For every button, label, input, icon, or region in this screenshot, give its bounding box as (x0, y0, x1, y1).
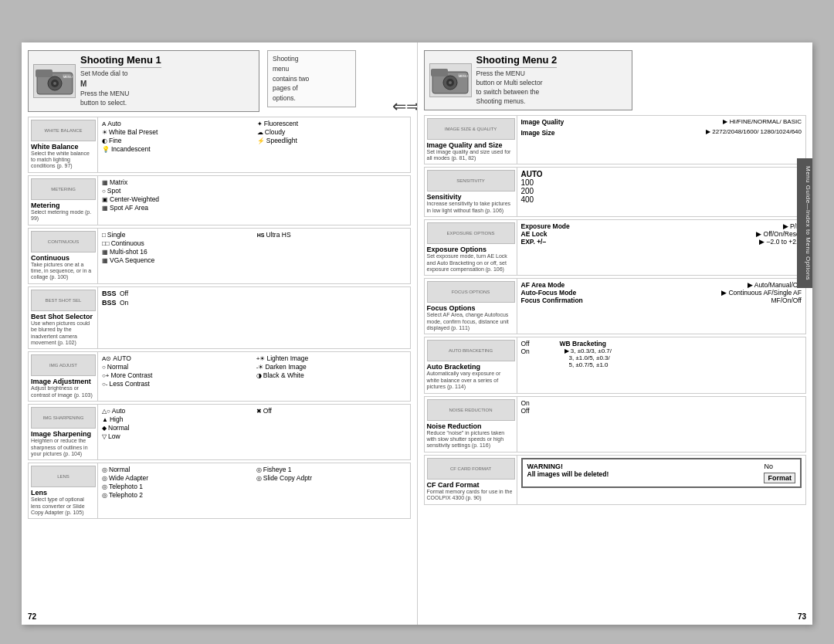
shooting-menu-note: Shooting menu contains two pages of opti… (267, 50, 356, 107)
nr-title: Noise Reduction (427, 422, 514, 430)
wb-title: White Balance (31, 143, 95, 151)
section-focus: FOCUS OPTIONS Focus Options Select AF Ar… (424, 278, 807, 334)
focus-left: FOCUS OPTIONS Focus Options Select AF Ar… (425, 279, 517, 334)
ia-options: A⊙AUTO +☀Lighten Image ○Normal -☀Darken … (98, 352, 410, 401)
right-menu-header: MENU Shooting Menu 2 Press the MENU butt… (424, 50, 807, 110)
section-lens: LENS Lens Select type of optional lens c… (28, 463, 411, 519)
page-number-right: 73 (798, 612, 806, 621)
section-sensitivity: SENSITIVITY Sensitivity Increase sensiti… (424, 167, 807, 217)
left-menu: MENU Shooting Menu 1 Set Mode dial to M … (22, 42, 418, 625)
iq-label2: Image Size (521, 129, 564, 137)
nr-left: NOISE REDUCTION Noise Reduction Reduce "… (425, 397, 517, 452)
cf-warning-box: WARNING! All images will be deleted! No … (521, 458, 802, 488)
ab-left: AUTO BRACKETING Auto Bracketing Automati… (425, 337, 517, 392)
lens-desc: Select type of optional lens converter o… (31, 497, 95, 516)
section-image-quality: IMAGE SIZE & QUALITY Image Quality and S… (424, 115, 807, 165)
continuous-desc: Take pictures one at a time, in sequence… (31, 262, 95, 281)
section-cf-format: CF CARD FORMAT CF Card Format Format mem… (424, 455, 807, 505)
cf-title: CF Card Format (427, 481, 514, 489)
ab-title: Auto Bracketing (427, 363, 514, 371)
sens-options: AUTO 100 200 400 (517, 168, 806, 216)
nr-options: On Off (517, 397, 806, 452)
sens-title: Sensitivity (427, 193, 514, 201)
shooting-menu-1-box: MENU Shooting Menu 1 Set Mode dial to M … (28, 50, 259, 112)
exp-title: Exposure Options (427, 246, 514, 253)
right-menu-title: Shooting Menu 2 (476, 54, 558, 68)
section-continuous: CONTINUOUS Continuous Take pictures one … (28, 228, 411, 284)
camera-thumb-2: MENU (429, 63, 472, 97)
metering-desc: Select metering mode (p. 99) (31, 209, 95, 222)
right-menu-instructions: Press the MENU button or Multi selector … (476, 69, 558, 107)
focus-title: Focus Options (427, 304, 514, 312)
metering-left: METERING Metering Select metering mode (… (29, 176, 98, 225)
menu-arrow: ⇐⇒ (392, 97, 418, 117)
sens-desc: Increase sensitivity to take pictures in… (427, 201, 514, 214)
focus-thumb: FOCUS OPTIONS (427, 281, 515, 303)
camera-thumb-1: MENU (33, 64, 76, 98)
iq-left: IMAGE SIZE & QUALITY Image Quality and S… (425, 116, 517, 164)
ia-title: Image Adjustment (31, 378, 95, 385)
cf-option-format: Format (764, 473, 795, 483)
svg-rect-1 (36, 69, 53, 77)
iq-value2: ▶ 2272/2048/1600/ 1280/1024/640 (706, 128, 802, 135)
svg-rect-8 (431, 69, 448, 76)
is-thumb: IMG SHARPENING (31, 407, 96, 429)
right-menu: MENU Shooting Menu 2 Press the MENU butt… (418, 42, 813, 625)
section-bss: BEST SHOT SEL Best Shot Selector Use whe… (28, 286, 411, 350)
iq-options: Image Quality Image Size ▶ HI/FINE/NORMA… (517, 116, 806, 164)
side-label: Menu Guide—Index to Menu Options (797, 158, 812, 288)
bss-left: BEST SHOT SEL Best Shot Selector Use whe… (29, 287, 98, 349)
section-noise: NOISE REDUCTION Noise Reduction Reduce "… (424, 396, 807, 452)
ab-thumb: AUTO BRACKETING (427, 340, 515, 361)
section-image-adjustment: IMG ADJUST Image Adjustment Adjust brigh… (28, 351, 411, 402)
svg-point-11 (449, 81, 452, 84)
section-image-sharpening: IMG SHARPENING Image Sharpening Heighten… (28, 404, 411, 460)
lens-options: ◎Normal ◎Fisheye 1 ◎Wide Adapter ◎Slide … (98, 463, 410, 518)
is-options: △○Auto ✖Off ▲High ◆Normal ▽Low (98, 405, 410, 459)
shooting-menu-2-box: MENU Shooting Menu 2 Press the MENU butt… (424, 50, 632, 110)
wb-left: WHITE BALANCE White Balance Select the w… (29, 117, 98, 172)
bss-thumb: BEST SHOT SEL (31, 290, 96, 311)
section-white-balance: WHITE BALANCE White Balance Select the w… (28, 117, 411, 173)
continuous-left: CONTINUOUS Continuous Take pictures one … (29, 229, 98, 283)
continuous-thumb: CONTINUOUS (31, 231, 96, 253)
cf-desc: Format memory cards for use in the COOLP… (427, 489, 514, 502)
ab-options: Off On WB Bracketing ▶ 3, ±0.3/3, ±0.7/ … (517, 337, 806, 392)
svg-text:MENU: MENU (63, 75, 73, 79)
cf-warning-body: All images will be deleted! (527, 470, 758, 478)
exp-left: EXPOSURE OPTIONS Exposure Options Set ex… (425, 220, 517, 275)
exp-desc: Set exposure mode, turn AE Lock and Auto… (427, 253, 514, 273)
focus-options: AF Area Mode ▶ Auto/Manual/Off Auto-Focu… (517, 279, 806, 334)
lens-thumb: LENS (31, 466, 96, 487)
focus-desc: Select AF Area, change Autofocus mode, c… (427, 312, 514, 331)
iq-value1: ▶ HI/FINE/NORMAL/ BASIC (706, 118, 802, 125)
left-menu-header: MENU Shooting Menu 1 Set Mode dial to M … (28, 50, 411, 112)
continuous-title: Continuous (31, 254, 95, 262)
ab-desc: Automatically vary exposure or white bal… (427, 371, 514, 390)
bss-title: Best Shot Selector (31, 313, 95, 320)
sens-thumb: SENSITIVITY (427, 170, 515, 192)
ia-thumb: IMG ADJUST (31, 354, 96, 376)
is-left: IMG SHARPENING Image Sharpening Heighten… (29, 405, 98, 459)
metering-thumb: METERING (31, 178, 96, 200)
section-auto-bracketing: AUTO BRACKETING Auto Bracketing Automati… (424, 337, 807, 393)
wb-thumb: WHITE BALANCE (31, 120, 96, 141)
cf-option-no: No (764, 463, 795, 470)
cf-warning-title: WARNING! (527, 463, 758, 470)
cf-left: CF CARD FORMAT CF Card Format Format mem… (425, 456, 517, 504)
wb-options: AAuto ✦Fluorescent ☀White Bal Preset ☁Cl… (98, 117, 410, 172)
nr-desc: Reduce "noise" in pictures taken with sl… (427, 430, 514, 449)
iq-label1: Image Quality (521, 118, 564, 126)
iq-desc: Set image quality and size used for all … (427, 149, 514, 162)
exp-thumb: EXPOSURE OPTIONS (427, 222, 515, 244)
right-menu-title-block: Shooting Menu 2 Press the MENU button or… (476, 54, 558, 107)
section-metering: METERING Metering Select metering mode (… (28, 175, 411, 225)
sens-left: SENSITIVITY Sensitivity Increase sensiti… (425, 168, 517, 216)
section-exposure: EXPOSURE OPTIONS Exposure Options Set ex… (424, 219, 807, 276)
nr-thumb: NOISE REDUCTION (427, 399, 515, 421)
lens-title: Lens (31, 489, 95, 497)
metering-options: ▦Matrix ○Spot ▣Center-Weighted ▦Spot AF … (98, 176, 410, 225)
bss-options: BSS Off BSS On (98, 287, 410, 349)
exp-options: Exposure Mode ▶ P/M AE Lock ▶ Off/On/Res… (517, 220, 806, 275)
svg-point-4 (53, 82, 56, 85)
